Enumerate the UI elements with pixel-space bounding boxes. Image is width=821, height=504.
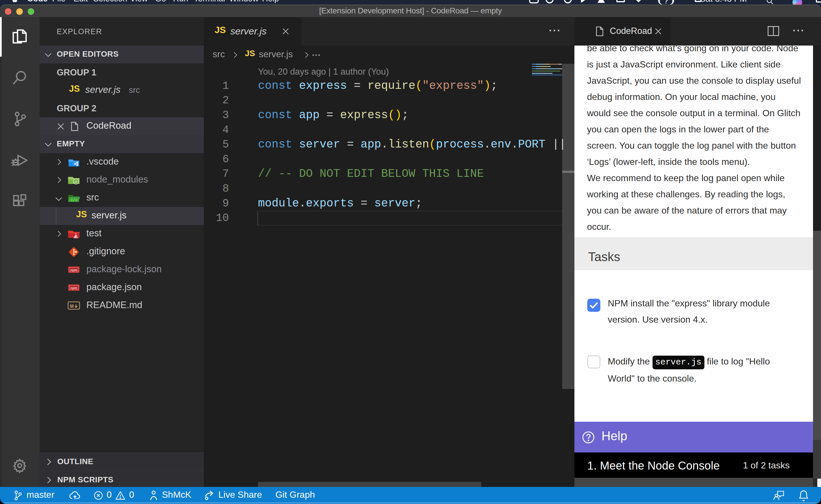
svg-text:M: M: [70, 304, 73, 309]
svg-text:npm: npm: [70, 286, 77, 290]
svg-text:npm: npm: [70, 268, 77, 272]
svg-text:js: js: [74, 180, 77, 183]
svg-text:</>: </>: [71, 198, 77, 202]
